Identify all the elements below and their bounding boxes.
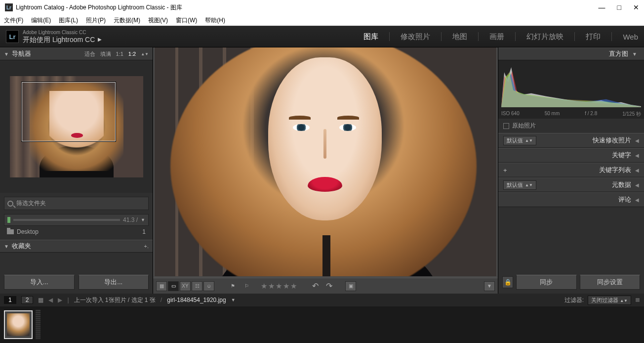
export-button[interactable]: 导出... (79, 275, 149, 290)
zoom-stepper-icon[interactable]: ▲▼ (141, 52, 149, 56)
filmstrip-scrollbar[interactable] (36, 310, 40, 340)
filmstrip-thumb[interactable] (4, 310, 33, 339)
menu-help[interactable]: 帮助(H) (205, 16, 225, 25)
navigator-viewport-frame[interactable] (22, 82, 116, 141)
histogram[interactable]: ISO 640 50 mm f / 2.8 1/125 秒 (498, 60, 644, 119)
module-print[interactable]: 打印 (586, 32, 601, 42)
menu-edit[interactable]: 编辑(E) (31, 16, 51, 25)
search-icon (7, 201, 13, 207)
go-forward-icon[interactable]: ▶ (58, 297, 62, 303)
screen-2-button[interactable]: 2 (21, 296, 34, 304)
rotate-cw-icon[interactable]: ↷ (323, 281, 334, 291)
star-icon[interactable]: ★ (283, 282, 289, 291)
left-panel: ▼ 导航器 适合 填满 1:1 1:2 ▲▼ 筛选文件夹 (0, 47, 153, 294)
filter-lock-icon[interactable] (635, 298, 640, 302)
drive-capacity: 41.3 / (123, 216, 138, 223)
quick-dev-preset-select[interactable]: 默认值▲▼ (503, 136, 536, 145)
plus-icon[interactable]: + (503, 167, 507, 174)
window-minimize-button[interactable]: — (599, 3, 605, 11)
people-view-button[interactable]: ☺ (203, 281, 214, 291)
right-panel: 直方图 ▼ ISO 640 50 mm f / 2.8 1/125 秒 (498, 47, 644, 294)
star-icon[interactable]: ★ (268, 282, 275, 291)
menu-photo[interactable]: 照片(P) (86, 16, 106, 25)
flag-reject-icon[interactable]: ⚐ (241, 281, 252, 291)
star-icon[interactable]: ★ (276, 282, 282, 291)
keyword-list-title: 关键字列表 (599, 166, 631, 174)
module-slideshow[interactable]: 幻灯片放映 (526, 32, 564, 42)
histogram-title: 直方图 (609, 49, 628, 58)
original-photo-checkbox[interactable]: 原始照片 (498, 119, 644, 133)
quick-develop-panel-header[interactable]: 默认值▲▼ 快速修改照片 ◀ (498, 133, 644, 148)
menu-bar: 文件(F) 编辑(E) 图库(L) 照片(P) 元数据(M) 视图(V) 窗口(… (0, 15, 644, 26)
grid-view-button[interactable]: ▦ (156, 281, 167, 291)
module-library[interactable]: 图库 (363, 32, 378, 42)
module-map[interactable]: 地图 (452, 32, 467, 42)
survey-view-button[interactable]: ☷ (192, 281, 202, 291)
menu-file[interactable]: 文件(F) (4, 16, 23, 25)
module-book[interactable]: 画册 (489, 32, 504, 42)
favorites-title: 收藏夹 (12, 242, 31, 251)
navigator-preview[interactable] (0, 60, 153, 193)
filmstrip[interactable] (0, 306, 644, 343)
hist-iso: ISO 640 (501, 111, 520, 118)
drive-row[interactable]: 41.3 / ▼ (4, 214, 149, 226)
module-web[interactable]: Web (623, 33, 638, 41)
metadata-preset-select[interactable]: 默认值▲▼ (503, 180, 536, 190)
loupe-view-button[interactable]: ▭ (168, 281, 179, 291)
rotate-ccw-icon[interactable]: ↶ (310, 281, 321, 291)
comments-panel-header[interactable]: 评论 ◀ (498, 192, 644, 207)
rating-stars[interactable]: ★ ★ ★ ★ ★ (261, 282, 297, 291)
module-develop[interactable]: 修改照片 (401, 32, 430, 42)
flag-pick-icon[interactable]: ⚑ (227, 281, 238, 291)
star-icon[interactable]: ★ (290, 282, 297, 291)
menu-window[interactable]: 窗口(W) (176, 16, 197, 25)
go-back-icon[interactable]: ◀ (48, 297, 53, 303)
zoom-custom[interactable]: 1:2 (128, 51, 136, 57)
product-name: Adobe Lightroom Classic CC (23, 30, 102, 36)
keyword-list-panel-header[interactable]: + 关键字列表 ◀ (498, 163, 644, 177)
compare-view-button[interactable]: XY (180, 281, 191, 291)
sync-settings-button[interactable]: 同步设置 (580, 275, 641, 290)
menu-view[interactable]: 视图(V) (148, 16, 168, 25)
app-header: Lr Adobe Lightroom Classic CC 开始使用 Light… (0, 26, 644, 47)
window-maximize-button[interactable]: □ (617, 3, 621, 11)
zoom-fit[interactable]: 适合 (84, 50, 95, 58)
current-filename[interactable]: girl-1848454_1920.jpg (167, 297, 226, 303)
histogram-panel-header[interactable]: 直方图 ▼ (498, 47, 644, 60)
zoom-fill[interactable]: 填满 (100, 50, 111, 58)
window-close-button[interactable]: ✕ (633, 3, 639, 11)
filter-select[interactable]: 关闭过滤器 ▲▼ (588, 296, 631, 305)
zoom-1to1[interactable]: 1:1 (116, 51, 123, 57)
comments-title: 评论 (618, 195, 631, 204)
star-icon[interactable]: ★ (261, 282, 267, 291)
toolbar-menu-button[interactable]: ▼ (484, 281, 495, 291)
menu-library[interactable]: 图库(L) (59, 16, 78, 25)
hist-aperture: f / 2.8 (585, 111, 597, 118)
folder-name: Desktop (17, 228, 39, 235)
drive-status-icon (7, 217, 10, 223)
chevron-down-icon[interactable]: ▼ (141, 217, 145, 222)
folder-filter-input[interactable]: 筛选文件夹 (4, 197, 149, 210)
add-favorite-icon[interactable]: +. (144, 243, 149, 249)
navigator-panel-header[interactable]: ▼ 导航器 适合 填满 1:1 1:2 ▲▼ (0, 47, 153, 60)
chevron-left-icon: ◀ (635, 168, 639, 173)
breadcrumb[interactable]: 上一次导入 1张照片 / 选定 1 张 (74, 296, 156, 304)
sync-button[interactable]: 同步 (516, 275, 577, 290)
favorites-panel-header[interactable]: ▼ 收藏夹 +. (0, 240, 153, 253)
menu-metadata[interactable]: 元数据(M) (114, 16, 140, 25)
sync-lock-button[interactable]: 🔒 (502, 276, 513, 288)
getting-started-link[interactable]: 开始使用 Lightroom CC ▶ (23, 36, 102, 44)
chevron-left-icon: ◀ (635, 153, 639, 158)
folder-row-desktop[interactable]: Desktop 1 (4, 227, 149, 237)
breadcrumb-menu-icon[interactable]: ▼ (231, 298, 236, 302)
chevron-down-icon: ▼ (632, 51, 637, 57)
metadata-panel-header[interactable]: 默认值▲▼ 元数据 ◀ (498, 177, 644, 192)
screen-1-button[interactable]: 1 (4, 296, 16, 304)
keywords-panel-header[interactable]: 关键字 ◀ (498, 148, 644, 163)
loupe-view[interactable] (155, 47, 496, 276)
chevron-down-icon: ▼ (4, 244, 9, 249)
grid-toggle-icon[interactable]: ▦ (38, 297, 43, 303)
metadata-title: 元数据 (612, 180, 631, 189)
import-button[interactable]: 导入... (4, 275, 75, 290)
crop-frame-icon[interactable]: ▣ (345, 281, 356, 291)
